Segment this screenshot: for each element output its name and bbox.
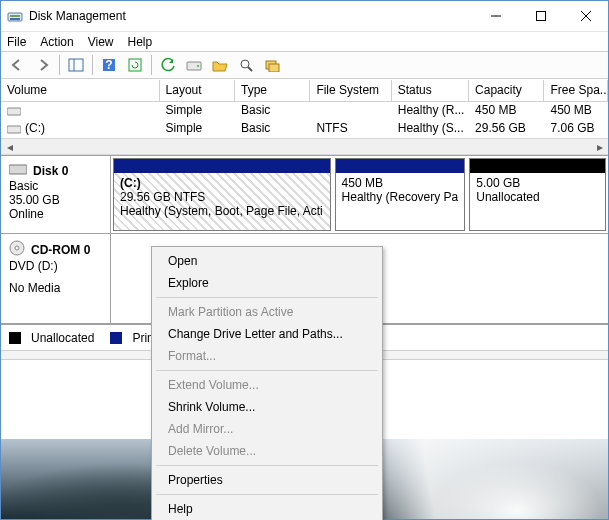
svg-text:?: ? (105, 58, 112, 72)
menu-mark-active: Mark Partition as Active (154, 301, 380, 323)
window: Disk Management File Action View Help ? … (0, 0, 609, 520)
vol-free: 450 MB (544, 102, 608, 120)
volume-row[interactable]: (C:) Simple Basic NTFS Healthy (S... 29.… (1, 120, 608, 138)
menu-action[interactable]: Action (40, 35, 73, 49)
partition-header (470, 159, 605, 173)
col-capacity[interactable]: Capacity (469, 80, 544, 101)
part-status: Healthy (Recovery Pa (342, 190, 459, 204)
volume-list-header: Volume Layout Type File System Status Ca… (1, 80, 608, 102)
minimize-button[interactable] (473, 1, 518, 31)
svg-point-13 (197, 65, 199, 67)
disk0-partitions: (C:) 29.56 GB NTFS Healthy (System, Boot… (111, 156, 608, 233)
back-button[interactable] (5, 53, 29, 77)
disk0-label[interactable]: Disk 0 Basic 35.00 GB Online (1, 156, 111, 233)
menu-extend: Extend Volume... (154, 374, 380, 396)
menu-separator (156, 297, 378, 298)
svg-rect-20 (9, 165, 27, 174)
vol-capacity: 29.56 GB (469, 120, 544, 138)
part-size: 5.00 GB (476, 176, 599, 190)
vol-status: Healthy (R... (392, 102, 469, 120)
scroll-left-icon[interactable]: ◂ (1, 139, 18, 154)
vol-fs: NTFS (310, 120, 391, 138)
menu-file[interactable]: File (7, 35, 26, 49)
vol-type: Basic (235, 102, 310, 120)
menu-separator (156, 494, 378, 495)
part-size: 450 MB (342, 176, 459, 190)
partition-c[interactable]: (C:) 29.56 GB NTFS Healthy (System, Boot… (113, 158, 331, 231)
vol-capacity: 450 MB (469, 102, 544, 120)
vol-name: (C:) (25, 121, 45, 135)
disk-row-disk0: Disk 0 Basic 35.00 GB Online (C:) 29.56 … (1, 156, 608, 234)
col-free[interactable]: Free Spa... (544, 80, 608, 101)
partition-header (336, 159, 465, 173)
menu-explore[interactable]: Explore (154, 272, 380, 294)
close-button[interactable] (563, 1, 608, 31)
col-filesystem[interactable]: File System (310, 80, 391, 101)
svg-rect-17 (269, 64, 279, 72)
rescan-button[interactable] (156, 53, 180, 77)
svg-rect-11 (129, 59, 141, 71)
show-hide-tree-button[interactable] (64, 53, 88, 77)
open-folder-button[interactable] (208, 53, 232, 77)
part-status: Healthy (System, Boot, Page File, Acti (120, 204, 324, 218)
col-volume[interactable]: Volume (1, 80, 160, 101)
col-status[interactable]: Status (392, 80, 469, 101)
vol-layout: Simple (160, 120, 235, 138)
vol-layout: Simple (160, 102, 235, 120)
menu-delete: Delete Volume... (154, 440, 380, 462)
forward-button[interactable] (31, 53, 55, 77)
context-menu: Open Explore Mark Partition as Active Ch… (151, 246, 383, 520)
disk-button[interactable] (182, 53, 206, 77)
menu-help[interactable]: Help (154, 498, 380, 520)
svg-line-15 (248, 67, 252, 71)
partition-recovery[interactable]: 450 MB Healthy (Recovery Pa (335, 158, 466, 231)
svg-rect-18 (7, 108, 21, 115)
disk0-size: 35.00 GB (9, 193, 102, 207)
cdrom-type: DVD (D:) (9, 259, 102, 273)
menu-separator (156, 465, 378, 466)
partition-unallocated[interactable]: 5.00 GB Unallocated (469, 158, 606, 231)
col-layout[interactable]: Layout (160, 80, 235, 101)
svg-rect-19 (7, 126, 21, 133)
menu-change-letter[interactable]: Change Drive Letter and Paths... (154, 323, 380, 345)
svg-point-22 (15, 246, 19, 250)
cd-icon (9, 240, 25, 259)
drive-icon (7, 123, 21, 135)
settings-button[interactable] (260, 53, 284, 77)
menu-properties[interactable]: Properties (154, 469, 380, 491)
part-title: (C:) (120, 176, 324, 190)
help-button[interactable]: ? (97, 53, 121, 77)
col-type[interactable]: Type (235, 80, 310, 101)
vol-free: 7.06 GB (544, 120, 608, 138)
vol-type: Basic (235, 120, 310, 138)
legend-unallocated: Unallocated (31, 331, 94, 345)
part-size: 29.56 GB NTFS (120, 190, 324, 204)
part-status: Unallocated (476, 190, 599, 204)
svg-rect-2 (10, 18, 20, 20)
svg-rect-7 (69, 59, 83, 71)
cdrom-name: CD-ROM 0 (31, 243, 90, 257)
disk-icon (9, 162, 27, 179)
vol-status: Healthy (S... (392, 120, 469, 138)
menu-format: Format... (154, 345, 380, 367)
cdrom-label[interactable]: CD-ROM 0 DVD (D:) No Media (1, 234, 111, 323)
volume-list: Volume Layout Type File System Status Ca… (1, 79, 608, 155)
disk0-state: Online (9, 207, 102, 221)
drive-icon (7, 105, 21, 117)
maximize-button[interactable] (518, 1, 563, 31)
cdrom-state: No Media (9, 281, 102, 295)
refresh-button[interactable] (123, 53, 147, 77)
find-button[interactable] (234, 53, 258, 77)
menu-separator (156, 370, 378, 371)
menu-view[interactable]: View (88, 35, 114, 49)
vol-fs (310, 102, 391, 120)
volume-row[interactable]: Simple Basic Healthy (R... 450 MB 450 MB (1, 102, 608, 120)
disk0-name: Disk 0 (33, 164, 68, 178)
scroll-right-icon[interactable]: ▸ (591, 139, 608, 154)
menu-help[interactable]: Help (128, 35, 153, 49)
window-title: Disk Management (29, 9, 473, 23)
window-buttons (473, 1, 608, 31)
menu-open[interactable]: Open (154, 250, 380, 272)
horizontal-scrollbar[interactable]: ◂ ▸ (1, 138, 608, 155)
menu-shrink[interactable]: Shrink Volume... (154, 396, 380, 418)
